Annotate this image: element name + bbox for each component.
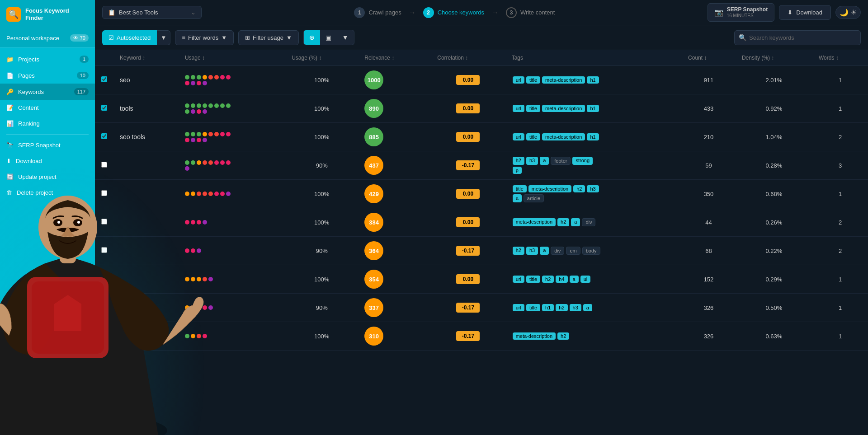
tags-cell: meta-descriptionh2adiv [505, 208, 682, 237]
projects-label: Projects [18, 56, 39, 63]
theme-toggle[interactable]: 🌙 ☀ [835, 6, 861, 19]
tags-cell: urltitlemeta-descriptionh1 [505, 123, 682, 151]
search-icon: 🔍 [739, 34, 746, 41]
download-icon-topbar: ⬇ [788, 9, 793, 16]
usage-dot [191, 81, 195, 85]
ranking-label: Ranking [18, 120, 40, 127]
keyword-cell [113, 151, 179, 180]
logo-text: Focus Keyword Finder [25, 7, 89, 21]
project-selector[interactable]: 📋 Best Seo Tools ⌄ [102, 6, 202, 19]
col-words[interactable]: Words ↕ [812, 50, 868, 66]
main-content: 📋 Best Seo Tools ⌄ 1 Crawl pages → 2 Cho… [95, 0, 868, 435]
wizard-step-1[interactable]: 1 Crawl pages [354, 7, 401, 18]
col-correlation[interactable]: Correlation ↕ [431, 50, 505, 66]
list-view-button[interactable]: ▣ [320, 30, 337, 45]
col-usage[interactable]: Usage ↕ [179, 50, 285, 66]
col-keyword[interactable]: Keyword ↕ [113, 50, 179, 66]
table-header-row: Keyword ↕ Usage ↕ Usage (%) ↕ Relevance … [95, 50, 868, 66]
sidebar-item-serp-snapshot[interactable]: 🔭 SERP Snapshot [0, 137, 95, 153]
row-checkbox[interactable] [101, 276, 107, 281]
usage-dot [191, 109, 195, 114]
usage-dot [197, 81, 201, 85]
sidebar-item-projects[interactable]: 📁 Projects 1 [0, 51, 95, 67]
usage-dot [203, 109, 207, 114]
words-cell: 2 [812, 123, 868, 151]
sidebar-item-content[interactable]: 📝 Content [0, 100, 95, 116]
grid-view-button[interactable]: ⊕ [304, 30, 320, 45]
usage-dot [208, 277, 213, 281]
usage-dots-cell [179, 123, 285, 151]
sidebar-item-delete-project[interactable]: 🗑 Delete project [0, 185, 95, 201]
sidebar-item-update-project[interactable]: 🔄 Update project [0, 169, 95, 185]
keyword-cell: seo tools [113, 123, 179, 151]
row-checkbox[interactable] [101, 304, 107, 310]
tags-cell: urltitlemeta-descriptionh1 [505, 94, 682, 123]
col-tags: Tags [505, 50, 682, 66]
usage-dots-cell [179, 265, 285, 294]
wizard-steps: 1 Crawl pages → 2 Choose keywords → 3 Wr… [207, 7, 702, 18]
col-count[interactable]: Count ↕ [682, 50, 736, 66]
table-row: seo100%10000.00urltitlemeta-descriptionh… [95, 66, 868, 94]
row-checkbox[interactable] [101, 190, 107, 196]
row-checkbox[interactable] [101, 105, 107, 111]
tag: meta-description [513, 218, 556, 226]
correlation-badge: -0.17 [456, 303, 480, 313]
row-checkbox[interactable] [101, 219, 107, 225]
topbar: 📋 Best Seo Tools ⌄ 1 Crawl pages → 2 Cho… [95, 0, 868, 25]
usage-dot [203, 220, 207, 225]
autoselected-arrow[interactable]: ▼ [157, 30, 170, 45]
workspace-label: Personal workspace [6, 35, 59, 42]
filter-words-button[interactable]: ≡ Filter words ▼ [175, 30, 234, 45]
correlation-badge: -0.17 [456, 160, 480, 170]
col-density[interactable]: Density (%) ↕ [736, 50, 812, 66]
tag: em [566, 247, 580, 255]
usage-dot [220, 103, 225, 108]
sidebar-item-ranking[interactable]: 📊 Ranking [0, 116, 95, 131]
sidebar-item-pages[interactable]: 📄 Pages 10 [0, 67, 95, 84]
row-checkbox[interactable] [101, 76, 107, 82]
row-checkbox[interactable] [101, 247, 107, 253]
tag: title [526, 276, 540, 283]
row-checkbox[interactable] [101, 133, 107, 139]
keywords-table: Keyword ↕ Usage ↕ Usage (%) ↕ Relevance … [95, 50, 868, 351]
relevance-badge: 890 [364, 99, 383, 118]
usage-dot [203, 192, 207, 196]
table-row: 90%437-0.17h2h3afooterstrongp590.28%3 [95, 151, 868, 180]
count-cell: 152 [682, 265, 736, 294]
usage-dots-cell [179, 151, 285, 180]
serp-snapshot-button[interactable]: 📷 SERP Snapshot 16 MINUTES [708, 3, 774, 21]
sidebar-item-download[interactable]: ⬇ Download [0, 153, 95, 169]
autoselected-label: Autoselected [117, 34, 151, 41]
wizard-step-3[interactable]: 3 Write content [506, 7, 555, 18]
search-keywords-input[interactable] [734, 30, 861, 45]
usage-dot [185, 81, 189, 85]
col-usage-pct[interactable]: Usage (%) ↕ [285, 50, 358, 66]
view-more-button[interactable]: ▼ [337, 30, 354, 45]
usage-dot [226, 192, 231, 196]
sidebar-logo: 🔍 Focus Keyword Finder [0, 0, 95, 29]
row-checkbox[interactable] [101, 332, 107, 338]
filter-usage-button[interactable]: ⊞ Filter usage ▼ [238, 30, 299, 45]
tag: a [540, 247, 549, 255]
table-row: seo tools100%8850.00urltitlemeta-descrip… [95, 123, 868, 151]
correlation-badge: 0.00 [456, 274, 480, 284]
check-icon: ☑ [108, 34, 114, 41]
relevance-cell: 354 [358, 265, 431, 294]
correlation-badge: 0.00 [456, 75, 480, 85]
usage-dot [208, 75, 213, 80]
usage-dot [226, 132, 231, 136]
correlation-cell: 0.00 [431, 180, 505, 208]
col-relevance[interactable]: Relevance ↕ [358, 50, 431, 66]
download-button[interactable]: ⬇ Download [779, 5, 831, 20]
tag: title [513, 185, 527, 192]
serp-snapshot-label: SERP Snapshot [18, 142, 61, 149]
autoselected-button[interactable]: ☑ Autoselected [102, 30, 157, 45]
tag: h2 [557, 218, 569, 226]
filter-usage-icon: ⊞ [245, 34, 250, 41]
sidebar-item-keywords[interactable]: 🔑 Keywords 117 [0, 84, 95, 100]
usage-pct-cell: 100% [285, 66, 358, 94]
row-checkbox[interactable] [101, 162, 107, 168]
delete-icon: 🗑 [6, 189, 12, 196]
wizard-step-2[interactable]: 2 Choose keywords [423, 7, 484, 18]
table-row: 100%4290.00titlemeta-descriptionh2h3aart… [95, 180, 868, 208]
